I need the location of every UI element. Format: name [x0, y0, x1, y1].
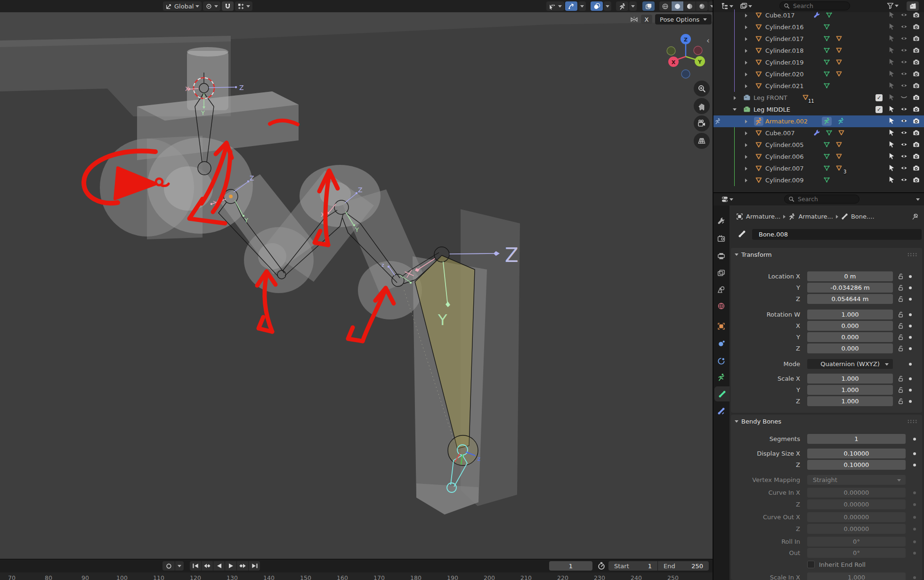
selectable-icon[interactable]	[888, 47, 895, 54]
render-camera-icon[interactable]	[913, 35, 920, 42]
lock-open-icon[interactable]	[897, 375, 904, 382]
lock-open-icon[interactable]	[897, 273, 904, 280]
pivot-point-dropdown[interactable]	[203, 1, 220, 11]
properties-search-input[interactable]	[797, 195, 846, 203]
expand-icon[interactable]	[745, 179, 747, 182]
expand-icon[interactable]	[745, 61, 747, 65]
outliner-row[interactable]: Cylinder.007 3	[713, 163, 924, 174]
render-camera-icon[interactable]	[913, 58, 920, 65]
animate-dot[interactable]	[913, 452, 916, 455]
show-gizmo-toggle[interactable]	[565, 1, 577, 11]
navigation-gizmo[interactable]: Z X Y	[658, 27, 713, 84]
render-camera-icon[interactable]	[913, 23, 920, 30]
display-size-x-field[interactable]: 0.10000	[807, 449, 906, 458]
hide-eye-icon[interactable]	[900, 58, 908, 65]
roll-out-field[interactable]: 0°	[807, 548, 906, 558]
panel-title[interactable]: Bendy Bones	[741, 418, 781, 425]
bone-name-field[interactable]: Bone.008	[752, 229, 922, 240]
render-camera-icon[interactable]	[913, 176, 920, 183]
hide-eye-icon[interactable]	[900, 23, 908, 30]
selectable-icon[interactable]	[888, 117, 895, 124]
animate-dot[interactable]	[913, 503, 916, 506]
pan-button[interactable]	[694, 98, 710, 114]
scale-y-field[interactable]: 1.000	[807, 385, 893, 395]
pose-display-dropdown[interactable]	[629, 1, 637, 11]
shading-wireframe-button[interactable]	[659, 1, 671, 11]
lock-open-icon[interactable]	[897, 322, 904, 329]
selectable-icon[interactable]	[888, 164, 895, 172]
gizmo-dropdown[interactable]	[578, 1, 586, 11]
render-camera-icon[interactable]	[913, 117, 920, 124]
transform-orientation-dropdown[interactable]: Global	[163, 1, 202, 11]
start-frame-field[interactable]: Start1	[608, 561, 657, 571]
panel-collapse-icon[interactable]	[735, 253, 738, 256]
render-camera-icon[interactable]	[913, 129, 920, 136]
curve-out-x-field[interactable]: 0.00000	[807, 512, 906, 522]
location-y-field[interactable]: -0.034286 m	[807, 283, 893, 293]
animate-dot[interactable]	[913, 491, 916, 494]
animate-dot[interactable]	[913, 438, 916, 441]
breadcrumb-data[interactable]: Armature...	[798, 213, 833, 220]
show-eye-icon[interactable]	[900, 129, 908, 136]
overlays-dropdown[interactable]	[604, 1, 611, 11]
collapse-icon[interactable]	[733, 108, 737, 111]
show-eye-icon[interactable]	[900, 153, 908, 160]
render-camera-icon[interactable]	[913, 153, 920, 160]
curve-out-z-field[interactable]: 0.00000	[807, 524, 906, 534]
expand-icon[interactable]	[745, 84, 747, 88]
location-x-field[interactable]: 0 m	[807, 271, 893, 281]
object-visibility-dropdown[interactable]	[546, 1, 564, 11]
outliner-row[interactable]: Cylinder.020	[713, 68, 924, 80]
animate-dot[interactable]	[913, 516, 916, 519]
render-camera-icon[interactable]	[913, 11, 920, 18]
outliner-row[interactable]: Cylinder.017	[713, 33, 924, 45]
outliner-row[interactable]: Cylinder.018	[713, 45, 924, 57]
show-eye-icon[interactable]	[900, 176, 908, 183]
expand-icon[interactable]	[745, 49, 747, 53]
pin-icon[interactable]	[911, 213, 919, 221]
animate-dot[interactable]	[909, 275, 912, 278]
panel-grip-icon[interactable]	[907, 253, 917, 257]
lock-open-icon[interactable]	[897, 295, 904, 302]
animate-dot[interactable]	[909, 313, 912, 316]
play-button[interactable]	[225, 561, 236, 571]
toggle-ortho-button[interactable]	[694, 133, 710, 149]
selectable-icon[interactable]	[888, 35, 895, 42]
expand-icon[interactable]	[745, 37, 747, 41]
lock-open-icon[interactable]	[897, 311, 904, 318]
end-frame-field[interactable]: End250	[658, 561, 709, 571]
render-camera-icon[interactable]	[913, 70, 920, 77]
animate-dot[interactable]	[913, 552, 916, 555]
render-camera-icon[interactable]	[913, 106, 920, 113]
shading-solid-button[interactable]	[672, 1, 683, 11]
show-overlays-toggle[interactable]	[591, 1, 603, 11]
render-camera-icon[interactable]	[913, 141, 920, 148]
selectable-icon[interactable]	[888, 94, 895, 101]
collection-checkbox[interactable]: ✓	[875, 94, 883, 101]
expand-icon[interactable]	[745, 14, 747, 17]
lock-open-icon[interactable]	[897, 345, 904, 352]
play-reverse-button[interactable]	[213, 561, 225, 571]
selectable-icon[interactable]	[888, 106, 895, 113]
prev-keyframe-button[interactable]	[202, 561, 213, 571]
shading-rendered-button[interactable]	[696, 1, 708, 11]
animate-dot[interactable]	[909, 336, 912, 339]
outliner-display-mode-dropdown[interactable]	[721, 2, 733, 10]
lock-open-icon[interactable]	[897, 334, 904, 341]
rotation-z-field[interactable]: 0.000	[807, 343, 893, 353]
jump-to-start-button[interactable]	[190, 561, 201, 571]
animate-dot[interactable]	[909, 389, 912, 392]
lock-open-icon[interactable]	[897, 386, 904, 393]
breadcrumb-object[interactable]: Armature...	[746, 213, 780, 220]
outliner-row[interactable]: Cylinder.021	[713, 80, 924, 92]
animate-dot[interactable]	[913, 576, 916, 579]
rotation-y-field[interactable]: 0.000	[807, 332, 893, 342]
curve-in-x-field[interactable]: 0.00000	[807, 488, 906, 498]
hide-eye-icon[interactable]	[900, 35, 908, 42]
panel-collapse-icon[interactable]	[735, 420, 738, 423]
outliner-row-collection[interactable]: Leg MIDDLE ✓	[713, 104, 924, 115]
outliner-row[interactable]: Cylinder.016	[713, 21, 924, 33]
curve-in-z-field[interactable]: 0.00000	[807, 499, 906, 509]
outliner-row[interactable]: Cylinder.009	[713, 174, 924, 186]
outliner-row-armature-selected[interactable]: Armature.002	[713, 115, 924, 127]
